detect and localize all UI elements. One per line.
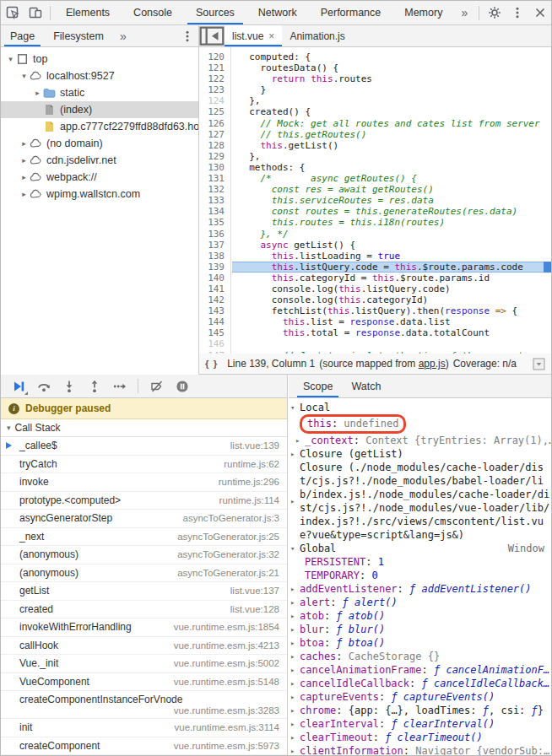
status-dropdown-icon[interactable]: [533, 358, 545, 370]
disclosure-arrow-icon[interactable]: ▸: [290, 596, 295, 609]
code-line[interactable]: /* async getRoutes() {: [232, 173, 551, 184]
disclosure-arrow-icon[interactable]: ▸: [33, 89, 42, 97]
line-number[interactable]: 140: [199, 273, 230, 284]
step-out-button[interactable]: [83, 376, 106, 397]
code-editor[interactable]: 1201211221231241251261271281291301311321…: [199, 47, 551, 354]
tree-item-wpimg-wallstcn-com[interactable]: ▸wpimg.wallstcn.com: [1, 186, 198, 202]
line-number[interactable]: 131: [199, 173, 230, 184]
line-number[interactable]: 129: [199, 151, 230, 162]
line-number[interactable]: 134: [199, 206, 230, 217]
tab-scope[interactable]: Scope: [294, 375, 342, 397]
tab-sources[interactable]: Sources: [184, 1, 246, 24]
scope-entry-clearinterval[interactable]: ▸clearInterval: ƒ clearInterval(): [289, 717, 551, 731]
code-line[interactable]: this.list = response.data.list: [232, 316, 551, 327]
scope-entry-global[interactable]: ▾GlobalWindow: [289, 542, 551, 555]
line-number[interactable]: 132: [199, 184, 230, 195]
tab-elements[interactable]: Elements: [54, 1, 122, 24]
call-stack-frame-vuecomponent[interactable]: VueComponentvue.runtime.esm.js:5148: [1, 673, 287, 692]
line-number[interactable]: 126: [199, 118, 230, 129]
line-number[interactable]: 141: [199, 284, 230, 294]
line-number[interactable]: 135: [199, 217, 230, 228]
more-tabs-icon[interactable]: »: [454, 6, 474, 19]
code-line[interactable]: computed: {: [232, 51, 551, 62]
scope-entry-captureevents[interactable]: ▸captureEvents: ƒ captureEvents(): [289, 690, 551, 704]
line-number[interactable]: 120: [199, 51, 230, 62]
disclosure-arrow-icon[interactable]: ▸: [290, 704, 295, 717]
code-line[interactable]: fetchList(this.listQuery).then(response …: [232, 305, 551, 316]
call-stack-frame-created[interactable]: createdlist.vue:128: [1, 601, 287, 619]
code-line[interactable]: return this.routes: [232, 73, 551, 84]
call-stack-frame-trycatch[interactable]: tryCatchruntime.js:62: [1, 456, 287, 474]
scope-entry-cancelidlecallback[interactable]: ▸cancelIdleCallback: ƒ cancelIdleCallbac…: [289, 677, 551, 690]
code-line[interactable]: async getList() {: [232, 240, 551, 251]
line-number[interactable]: 128: [199, 140, 230, 151]
line-number[interactable]: 139: [199, 262, 230, 273]
call-stack-frame-invoke[interactable]: invokeruntime.js:296: [1, 473, 287, 492]
line-number[interactable]: 145: [199, 327, 230, 338]
line-number-gutter[interactable]: 1201211221231241251261271281291301311321…: [199, 47, 231, 354]
tree-item-top[interactable]: ▾top: [1, 51, 198, 68]
pretty-print-icon[interactable]: { }: [205, 359, 218, 369]
call-stack-frame-anonymous[interactable]: (anonymous)asyncToGenerator.js:32: [1, 546, 287, 564]
call-stack-frame-init[interactable]: initvue.runtime.esm.js:3114: [1, 719, 287, 737]
scope-entry-btoa[interactable]: ▸btoa: ƒ btoa(): [289, 636, 551, 650]
code-line[interactable]: const res = await getRoutes(): [232, 184, 551, 195]
call-stack-frame-createcomponent[interactable]: createComponentvue.runtime.esm.js:5973: [1, 737, 287, 756]
code-line[interactable]: },: [232, 151, 551, 162]
code-line[interactable]: const routes = this.generateRoutes(res.d…: [232, 206, 551, 217]
code-line[interactable]: this.getList(): [232, 140, 551, 151]
resume-button[interactable]: [7, 376, 30, 397]
scope-entry-context[interactable]: ▸_context: Context {tryEntries: Array(1)…: [289, 434, 551, 447]
tree-item-app-c777cf2279ffd88dfd63-ho[interactable]: app.c777cf2279ffd88dfd63.ho: [1, 118, 198, 135]
line-number[interactable]: 121: [199, 62, 230, 73]
navigator-kebab-menu-icon[interactable]: [176, 25, 198, 46]
navigator-tab-filesystem[interactable]: Filesystem: [44, 25, 113, 46]
disclosure-arrow-icon[interactable]: ▸: [290, 717, 295, 731]
call-stack-frame-vue-init[interactable]: Vue._initvue.runtime.esm.js:5002: [1, 655, 287, 673]
file-tab-animation-js[interactable]: Animation.js: [282, 25, 352, 46]
scope-entry-temporary[interactable]: TEMPORARY: 0: [289, 569, 551, 582]
disclosure-arrow-icon[interactable]: ▸: [290, 663, 295, 677]
tab-performance[interactable]: Performance: [309, 1, 393, 24]
disclosure-arrow-icon[interactable]: ▸: [290, 731, 295, 744]
disclosure-arrow-icon[interactable]: ▸: [290, 677, 295, 690]
tab-console[interactable]: Console: [122, 1, 184, 24]
step-over-button[interactable]: [32, 376, 55, 397]
scope-entry-chrome[interactable]: ▸chrome: {app: {…}, loadTimes: ƒ, csi: ƒ…: [289, 704, 551, 717]
kebab-menu-icon[interactable]: [506, 3, 528, 24]
line-number[interactable]: 127: [199, 129, 230, 140]
scope-entry-persistent[interactable]: PERSISTENT: 1: [289, 555, 551, 569]
line-number[interactable]: 143: [199, 305, 230, 316]
disclosure-arrow-icon[interactable]: ▸: [19, 173, 29, 181]
code-line[interactable]: }: [232, 84, 551, 95]
code-line[interactable]: this.serviceRoutes = res.data: [232, 195, 551, 206]
line-number[interactable]: 133: [199, 195, 230, 206]
disclosure-arrow-icon[interactable]: ▾: [19, 72, 29, 80]
line-number[interactable]: 123: [199, 84, 230, 95]
collapse-arrow-icon[interactable]: ▾: [7, 424, 11, 432]
close-icon[interactable]: [528, 3, 551, 24]
tree-item-index[interactable]: (index): [1, 101, 198, 118]
line-number[interactable]: 130: [199, 162, 230, 173]
scope-entry-caches[interactable]: ▸caches: CacheStorage {}: [289, 650, 551, 663]
code-line[interactable]: routesData() {: [232, 62, 551, 73]
step-button[interactable]: [108, 376, 131, 397]
call-stack-frame-createcomponentinstanceforvnode[interactable]: createComponentInstanceForVnodevue.runti…: [1, 691, 287, 719]
disclosure-arrow-icon[interactable]: ▸: [290, 582, 295, 596]
scope-entry-closure-node-modu[interactable]: ▸Closure (./node_modules/cache-loader/di…: [289, 461, 551, 542]
disclosure-arrow-icon[interactable]: ▸: [290, 636, 295, 650]
tab-network[interactable]: Network: [246, 1, 309, 24]
code-line[interactable]: // Mock: get all routes and cates list f…: [232, 118, 551, 129]
scope-entry-blur[interactable]: ▸blur: ƒ blur(): [289, 623, 551, 636]
line-number[interactable]: 138: [199, 251, 230, 262]
code-line[interactable]: }, */: [232, 229, 551, 240]
line-number[interactable]: 122: [199, 73, 230, 84]
file-tab-list-vue[interactable]: list.vue×: [225, 25, 282, 46]
call-stack-frame-callhook[interactable]: callHookvue.runtime.esm.js:4213: [1, 637, 287, 656]
disclosure-arrow-icon[interactable]: ▾: [290, 401, 295, 414]
disclosure-arrow-icon[interactable]: ▸: [290, 690, 295, 704]
call-stack-frame-invokewitherrorhandling[interactable]: invokeWithErrorHandlingvue.runtime.esm.j…: [1, 618, 287, 637]
scope-entry-atob[interactable]: ▸atob: ƒ atob(): [289, 609, 551, 623]
code-line[interactable]: // this.getRoutes(): [232, 129, 551, 140]
line-number[interactable]: 136: [199, 229, 230, 240]
